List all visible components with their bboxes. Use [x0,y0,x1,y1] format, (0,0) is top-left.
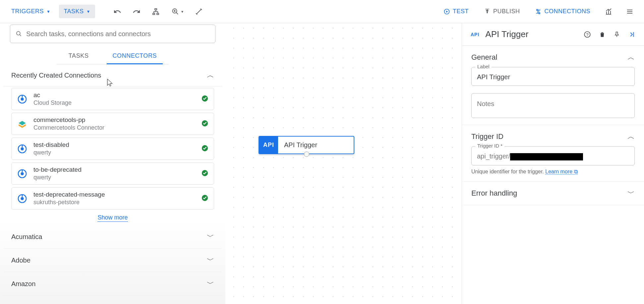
stats-button[interactable] [601,4,616,19]
connections-button[interactable]: CONNECTIONS [530,5,595,18]
cloud-storage-icon [17,94,28,104]
toolbar-left: TRIGGERS ▼ TASKS ▼ ▾ [7,4,206,19]
chevron-down-icon: ﹀ [207,302,214,304]
caret-down-icon: ▼ [46,9,50,14]
undo-button[interactable] [110,4,125,19]
connection-subtitle: qwerty [33,149,195,156]
vendor-amazon[interactable]: Amazon ﹀ [3,272,222,296]
redo-button[interactable] [129,4,144,19]
error-handling-header[interactable]: Error handling ﹀ [471,188,635,198]
svg-point-8 [21,97,24,100]
chevron-down-icon: ﹀ [207,255,214,265]
connection-item[interactable]: test-deprecated-message sukruths-petstor… [11,187,214,210]
vendor-adobe[interactable]: Adobe ﹀ [3,249,222,272]
zoom-button[interactable]: ▾ [167,4,187,19]
error-handling-section: Error handling ﹀ [462,182,644,205]
props-title: API Trigger [485,29,578,39]
caret-down-icon: ▼ [87,9,90,14]
node-output-port[interactable] [304,152,309,157]
status-ok-icon [201,145,208,153]
publish-label: PUBLISH [493,8,520,15]
api-badge: API [471,32,479,37]
connection-name: to-be-deprecated [33,166,195,173]
vendor-label: Amazon [11,280,35,288]
cloud-storage-icon [17,144,28,154]
status-ok-icon [201,95,208,103]
vendor-label: Acumatica [11,233,42,241]
chevron-up-icon: ︿ [627,132,635,142]
status-ok-icon [201,169,208,178]
layout-button[interactable] [148,4,163,19]
section-title: Recently Created Connections [11,72,101,79]
magic-button[interactable] [191,4,206,19]
trigger-id-helper: Unique identifier for the trigger. Learn… [471,169,635,175]
learn-more-link[interactable]: Learn more ⧉ [545,169,577,175]
chevron-up-icon: ︿ [207,70,214,80]
general-header[interactable]: General ︿ [471,52,635,62]
properties-panel: API API Trigger ? General ︿ Label [462,23,644,304]
undo-icon [113,8,121,16]
search-icon [16,30,22,37]
connection-subtitle: Commercetools Connector [33,124,195,131]
chevron-down-icon: ﹀ [627,188,635,198]
tasks-label: TASKS [64,8,84,15]
field-legend: Label [475,64,492,69]
chevron-down-icon: ﹀ [207,232,214,242]
connection-item[interactable]: test-disabled qwerty [11,138,214,160]
general-section: General ︿ Label Notes [462,46,644,125]
help-icon[interactable]: ? [584,31,591,38]
recent-connections-header[interactable]: Recently Created Connections ︿ [11,70,214,80]
trigger-id-title: Trigger ID [471,132,503,141]
node-label: API Trigger [278,137,354,153]
test-label: TEST [453,8,469,15]
connection-item[interactable]: ac Cloud Storage [11,88,214,110]
trigger-id-header[interactable]: Trigger ID ︿ [471,132,635,142]
chevron-up-icon: ︿ [627,52,635,62]
connection-name: test-disabled [33,141,195,149]
connection-subtitle: sukruths-petstore [33,199,195,206]
menu-button[interactable] [622,4,637,19]
test-button[interactable]: TEST [439,5,473,18]
main: API API Trigger TASKS CONNECTORS Recentl… [0,23,644,304]
props-header: API API Trigger ? [462,23,644,45]
vendor-acumatica[interactable]: Acumatica ﹀ [3,225,222,249]
general-title: General [471,53,497,62]
recent-connections-section: Recently Created Connections ︿ [3,64,222,87]
connection-subtitle: Cloud Storage [33,99,195,106]
show-more-link[interactable]: Show more [11,212,214,223]
svg-line-6 [20,35,21,36]
connection-item[interactable]: commercetools-pp Commercetools Connector [11,113,214,135]
delete-icon[interactable] [599,31,606,38]
trigger-id-field[interactable]: Trigger ID * api_trigger/ [471,146,635,165]
triggers-label: TRIGGERS [11,8,44,15]
toolbar-right: TEST PUBLISH CONNECTIONS [439,4,637,19]
connection-name: ac [33,91,195,99]
svg-text:?: ? [586,32,588,37]
label-input[interactable] [477,73,629,81]
pin-icon[interactable] [614,31,620,38]
search-input[interactable] [26,30,210,38]
menu-icon [626,8,634,16]
publish-button[interactable]: PUBLISH [479,5,525,18]
error-handling-title: Error handling [471,189,517,198]
label-field[interactable]: Label [471,67,635,86]
collapse-right-icon[interactable] [628,31,635,38]
vendor-asana[interactable]: Asana ﹀ [3,296,222,304]
status-ok-icon [201,194,208,203]
search-box[interactable] [10,25,215,43]
triggers-dropdown[interactable]: TRIGGERS ▼ [7,5,55,18]
api-trigger-node[interactable]: API API Trigger [259,136,354,154]
redacted-value [510,153,583,160]
tab-tasks[interactable]: TASKS [57,48,101,64]
tab-connectors[interactable]: CONNECTORS [101,48,169,64]
node-badge: API [259,137,278,153]
status-ok-icon [201,120,208,128]
vendor-label: Adobe [11,257,30,264]
tasks-dropdown[interactable]: TASKS ▼ [59,5,95,18]
cloud-storage-icon [17,193,28,204]
notes-field[interactable]: Notes [471,93,635,118]
connection-item[interactable]: to-be-deprecated qwerty [11,162,214,185]
connections-label: CONNECTIONS [544,8,590,15]
svg-point-12 [21,147,24,150]
notes-placeholder: Notes [477,100,494,107]
